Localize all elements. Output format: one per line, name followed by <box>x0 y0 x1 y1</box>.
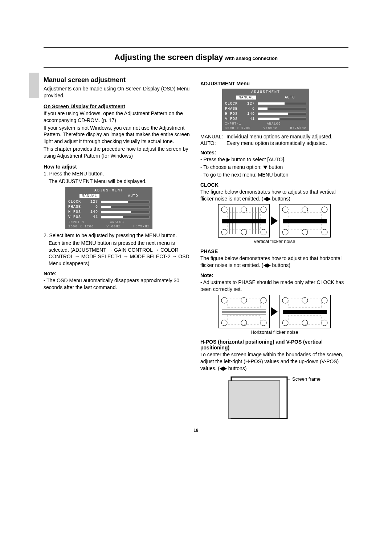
osd-menu-figure-2: ADJUSTMENT MANUAL AUTO CLOCK127 PHASE6 H… <box>222 89 309 131</box>
note-text: - The OSD Menu automatically disappears … <box>44 277 192 291</box>
page-title-box: Adjusting the screen display With analog… <box>44 47 348 68</box>
clock-heading: CLOCK <box>200 182 348 188</box>
page-title: Adjusting the screen display <box>114 53 223 62</box>
note-b: - To choose a menu option: button <box>200 164 348 171</box>
phase-text: The figure below demonstrates how to adj… <box>200 255 348 269</box>
step2-line2: Each time the MENU button is pressed the… <box>49 240 192 267</box>
notes-heading: Notes: <box>200 150 348 155</box>
heading-manual-adjustment: Manual screen adjustment <box>44 76 192 84</box>
right-arrow-icon <box>226 158 230 162</box>
note-c: - To go to the next menu: MENU button <box>200 171 348 178</box>
clock-caption: Vertical flicker noise <box>200 238 348 245</box>
left-arrow-icon <box>220 366 223 371</box>
step2-line1: 2. Select item to be adjusted by pressin… <box>44 232 192 239</box>
clock-pattern-after <box>279 204 331 238</box>
step1-line1: 1. Press the MENU button. <box>44 170 192 177</box>
heading-osd-adjustment: On Screen Display for adjustment <box>44 104 192 109</box>
osd-para-3: This chapter provides the procedure how … <box>44 146 192 159</box>
phase-pattern-after <box>279 295 331 328</box>
page-number: 18 <box>44 428 348 433</box>
svg-rect-48 <box>228 381 280 418</box>
screen-frame-svg <box>228 374 290 421</box>
osd-para-1: If you are using Windows, open the Adjus… <box>44 110 192 124</box>
right-arrow-icon <box>223 366 227 371</box>
screen-frame-label: Screen frame <box>292 376 320 382</box>
screen-frame-figure: Screen frame <box>200 374 348 421</box>
phase-note-heading: Note: <box>200 272 348 278</box>
svg-rect-24 <box>219 295 269 328</box>
osd-mode-manual: MANUAL <box>79 194 99 198</box>
hvpos-text: To center the screen image within the bo… <box>200 351 348 372</box>
manual-definition: MANUAL: Individual menu options are manu… <box>200 134 348 139</box>
arrow-icon <box>271 307 278 316</box>
hvpos-heading: H-POS (horizontal positioning) and V-POS… <box>200 339 348 351</box>
osd-menu-figure-1: ADJUSTMENT MANUAL AUTO CLOCK127 PHASE6 H… <box>65 187 152 229</box>
note-heading: Note: <box>44 271 192 276</box>
right-column: ADJUSTMENT Menu ADJUSTMENT MANUAL AUTO C… <box>200 76 348 421</box>
phase-caption: Horizontal flicker noise <box>200 329 348 336</box>
right-arrow-icon <box>267 197 271 201</box>
heading-adjustment-menu: ADJUSTMENT Menu <box>200 81 348 86</box>
down-arrow-icon <box>263 166 268 169</box>
heading-how-to-adjust: How to adjust <box>44 164 192 170</box>
note-a: - Press the button to select [AUTO]. <box>200 156 348 163</box>
svg-rect-46 <box>283 310 327 314</box>
phase-note: - Adjustments to PHASE should be made on… <box>200 279 348 293</box>
clock-figure <box>200 204 348 238</box>
arrow-icon <box>271 216 278 225</box>
auto-definition: AUTO: Every menu option is automatically… <box>200 140 348 146</box>
right-arrow-icon <box>267 263 271 268</box>
osd-title: ADJUSTMENT <box>65 189 152 193</box>
svg-rect-14 <box>222 219 266 223</box>
phase-pattern-before <box>218 295 270 328</box>
page-subtitle: With analog connection <box>224 56 278 61</box>
osd-para-2: If your system is not Windows, you can n… <box>44 125 192 145</box>
osd-mode-auto: AUTO <box>128 194 138 198</box>
clock-pattern-before <box>218 204 270 238</box>
intro-text: Adjustments can be made using On Screen … <box>44 85 192 99</box>
step1-line2: The ADJUSTMENT Menu will be displayed. <box>49 178 192 185</box>
left-arrow-icon <box>264 263 267 268</box>
clock-text: The figure below demonstrates how to adj… <box>200 189 348 202</box>
left-arrow-icon <box>264 197 267 201</box>
left-column: Manual screen adjustment Adjustments can… <box>44 76 192 421</box>
phase-figure <box>200 295 348 328</box>
phase-heading: PHASE <box>200 248 348 254</box>
svg-rect-23 <box>283 219 327 223</box>
side-tab <box>29 73 39 98</box>
